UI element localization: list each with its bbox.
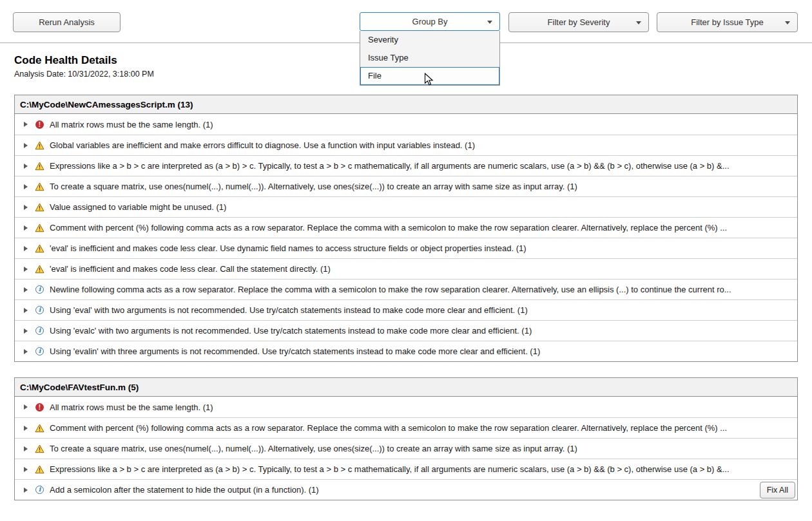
issue-text: All matrix rows must be the same length.…: [50, 403, 797, 412]
issue-text: Expressions like a > b > c are interpret…: [50, 161, 797, 171]
issue-row[interactable]: !All matrix rows must be the same length…: [15, 114, 797, 135]
issue-row[interactable]: iUsing 'evalin' with three arguments is …: [15, 341, 797, 361]
issue-text: To create a square matrix, use ones(nume…: [50, 444, 797, 453]
expand-caret-icon[interactable]: [24, 164, 28, 169]
error-icon: !: [35, 403, 44, 412]
issue-row[interactable]: iUsing 'eval' with two arguments is not …: [15, 299, 797, 320]
issue-row[interactable]: !All matrix rows must be the same length…: [15, 397, 797, 417]
filter-by-severity-label: Filter by Severity: [548, 17, 610, 27]
expand-caret-icon[interactable]: [24, 446, 28, 451]
warning-icon: [35, 203, 44, 212]
expand-caret-icon[interactable]: [24, 349, 28, 354]
group-by-label: Group By: [412, 17, 448, 26]
warning-icon: [35, 244, 44, 253]
fix-all-button[interactable]: Fix All: [760, 482, 795, 498]
warning-icon: [35, 465, 44, 474]
issue-text: Add a semicolon after the statement to h…: [50, 485, 797, 495]
issue-row[interactable]: Comment with percent (%) following comma…: [15, 217, 797, 238]
filter-by-severity-dropdown[interactable]: Filter by Severity: [508, 12, 649, 32]
file-group-header: C:\MyCode\NewCAmessagesScript.m (13): [15, 95, 797, 114]
issue-text: Using 'evalc' with two arguments is not …: [50, 326, 797, 336]
warning-icon: [35, 424, 44, 433]
issue-row[interactable]: Comment with percent (%) following comma…: [15, 417, 797, 438]
expand-caret-icon[interactable]: [24, 328, 28, 334]
issue-row[interactable]: 'eval' is inefficient and makes code les…: [15, 238, 797, 258]
issue-row[interactable]: Expressions like a > b > c are interpret…: [15, 155, 797, 176]
issue-text: Using 'eval' with two arguments is not r…: [50, 305, 797, 315]
group-rows: !All matrix rows must be the same length…: [15, 397, 797, 500]
filter-by-issue-type-dropdown[interactable]: Filter by Issue Type: [657, 12, 798, 32]
menu-item-severity[interactable]: Severity: [360, 31, 499, 49]
issue-text: To create a square matrix, use ones(nume…: [50, 182, 797, 191]
group-by-dropdown[interactable]: Group By: [360, 12, 500, 31]
warning-icon: [35, 182, 44, 191]
chevron-down-icon: [785, 21, 790, 24]
issue-text: Comment with percent (%) following comma…: [50, 223, 797, 232]
expand-caret-icon[interactable]: [24, 122, 28, 127]
issue-row[interactable]: 'eval' is inefficient and makes code les…: [15, 258, 797, 279]
error-icon: !: [35, 120, 44, 129]
expand-caret-icon[interactable]: [24, 404, 28, 410]
warning-icon: [35, 444, 44, 453]
issue-row[interactable]: To create a square matrix, use ones(nume…: [15, 176, 797, 196]
expand-caret-icon[interactable]: [24, 225, 28, 231]
issue-text: Global variables are inefficient and mak…: [50, 140, 797, 150]
issue-row[interactable]: Expressions like a > b > c are interpret…: [15, 459, 797, 479]
issue-text: Value assigned to variable might be unus…: [50, 202, 797, 212]
issue-row[interactable]: iNewline following comma acts as a row s…: [15, 279, 797, 299]
warning-icon: [35, 162, 44, 171]
chevron-down-icon: [487, 21, 492, 24]
expand-caret-icon[interactable]: [24, 184, 28, 189]
expand-caret-icon[interactable]: [24, 467, 28, 472]
issue-text: Comment with percent (%) following comma…: [50, 423, 797, 433]
issue-row[interactable]: Value assigned to variable might be unus…: [15, 196, 797, 217]
file-group-header: C:\MyCode\FAVtestFun.m (5): [15, 378, 797, 397]
filter-by-issue-type-label: Filter by Issue Type: [691, 17, 763, 27]
issue-text: 'eval' is inefficient and makes code les…: [50, 264, 797, 274]
expand-caret-icon[interactable]: [24, 267, 28, 272]
issue-row[interactable]: Global variables are inefficient and mak…: [15, 135, 797, 155]
group-rows: !All matrix rows must be the same length…: [15, 114, 797, 361]
menu-item-issue-type[interactable]: Issue Type: [360, 49, 499, 67]
warning-icon: [35, 265, 44, 274]
mouse-cursor: [424, 73, 434, 86]
groups-container: C:\MyCode\NewCAmessagesScript.m (13) !Al…: [0, 95, 812, 500]
expand-caret-icon[interactable]: [24, 246, 28, 251]
info-icon: i: [35, 285, 44, 294]
file-group: C:\MyCode\FAVtestFun.m (5) !All matrix r…: [14, 377, 798, 500]
warning-icon: [35, 141, 44, 150]
issue-row[interactable]: To create a square matrix, use ones(nume…: [15, 438, 797, 459]
issue-row[interactable]: iUsing 'evalc' with two arguments is not…: [15, 320, 797, 341]
issue-text: All matrix rows must be the same length.…: [50, 120, 797, 129]
info-icon: i: [35, 327, 44, 335]
expand-caret-icon[interactable]: [24, 426, 28, 431]
warning-icon: [35, 223, 44, 232]
issue-text: 'eval' is inefficient and makes code les…: [50, 243, 797, 253]
issue-row[interactable]: iAdd a semicolon after the statement to …: [15, 479, 797, 500]
info-icon: i: [35, 486, 44, 494]
chevron-down-icon: [636, 21, 641, 24]
expand-caret-icon[interactable]: [24, 205, 28, 210]
expand-caret-icon[interactable]: [24, 308, 28, 313]
rerun-analysis-button[interactable]: Rerun Analysis: [13, 12, 121, 32]
expand-caret-icon[interactable]: [24, 143, 28, 148]
issue-text: Using 'evalin' with three arguments is n…: [50, 346, 797, 356]
issue-text: Expressions like a > b > c are interpret…: [50, 464, 797, 474]
expand-caret-icon[interactable]: [24, 488, 28, 493]
expand-caret-icon[interactable]: [24, 287, 28, 292]
info-icon: i: [35, 306, 44, 314]
info-icon: i: [35, 347, 44, 355]
issue-text: Newline following comma acts as a row se…: [50, 285, 797, 294]
file-group: C:\MyCode\NewCAmessagesScript.m (13) !Al…: [14, 95, 798, 362]
